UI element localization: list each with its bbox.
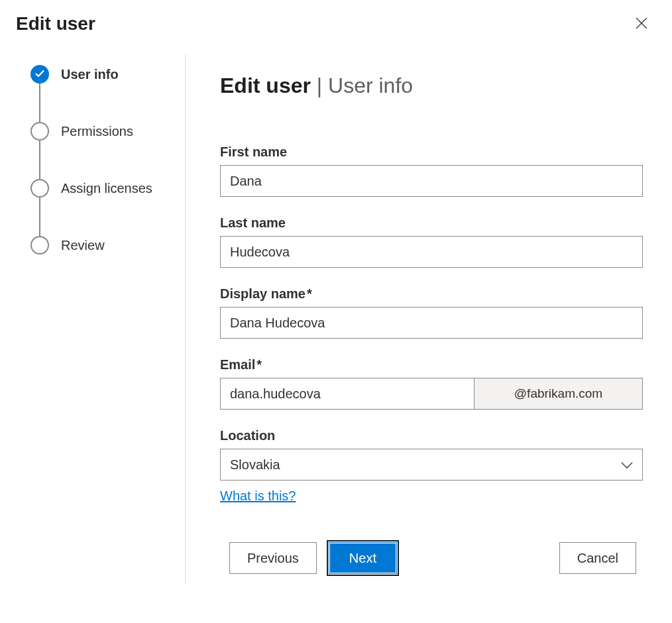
close-icon	[636, 17, 647, 31]
first-name-input[interactable]	[220, 165, 643, 197]
field-last-name: Last name	[220, 215, 643, 268]
step-indicator-empty	[30, 122, 49, 141]
previous-button[interactable]: Previous	[229, 542, 317, 574]
step-label: User info	[61, 67, 119, 82]
step-user-info[interactable]: User info	[30, 65, 185, 84]
display-name-label: Display name*	[220, 286, 643, 302]
edit-user-panel: Edit user User info Permissions	[0, 0, 672, 623]
step-label: Review	[61, 238, 105, 253]
step-assign-licenses[interactable]: Assign licenses	[30, 179, 185, 198]
close-button[interactable]	[631, 13, 652, 34]
page-heading: Edit user | User info	[220, 74, 643, 98]
wizard-stepper: User info Permissions Assign licenses Re…	[16, 54, 186, 585]
field-email: Email* @fabrikam.com	[220, 357, 643, 410]
heading-divider: |	[317, 74, 328, 97]
wizard-button-row: Previous Next Cancel	[220, 542, 643, 574]
step-indicator-empty	[30, 179, 49, 198]
step-indicator-empty	[30, 236, 49, 255]
next-button[interactable]: Next	[329, 542, 397, 574]
last-name-input[interactable]	[220, 236, 643, 268]
location-label: Location	[220, 428, 643, 443]
step-connector	[39, 141, 40, 179]
email-local-input[interactable]	[220, 378, 475, 410]
email-domain-display: @fabrikam.com	[475, 378, 643, 410]
field-first-name: First name	[220, 144, 643, 197]
field-display-name: Display name*	[220, 286, 643, 339]
step-connector	[39, 84, 40, 122]
step-label: Assign licenses	[61, 181, 152, 196]
field-location: Location Slovakia What is this?	[220, 428, 643, 504]
heading-sub: User info	[328, 74, 413, 97]
panel-header: Edit user	[16, 13, 652, 34]
step-label: Permissions	[61, 124, 133, 139]
first-name-label: First name	[220, 144, 643, 160]
location-select[interactable]: Slovakia	[220, 449, 643, 481]
location-help-link[interactable]: What is this?	[220, 488, 296, 504]
check-icon	[35, 68, 45, 80]
chevron-down-icon	[621, 457, 633, 473]
cancel-button[interactable]: Cancel	[559, 542, 636, 574]
display-name-input[interactable]	[220, 307, 643, 339]
heading-main: Edit user	[220, 74, 311, 97]
step-connector	[39, 198, 40, 236]
email-label: Email*	[220, 357, 643, 372]
step-review[interactable]: Review	[30, 236, 185, 255]
step-indicator-completed	[30, 65, 49, 84]
form-area: Edit user | User info First name Last na…	[186, 54, 649, 585]
location-value: Slovakia	[230, 457, 280, 473]
step-permissions[interactable]: Permissions	[30, 122, 185, 141]
last-name-label: Last name	[220, 215, 643, 231]
panel-title: Edit user	[16, 13, 95, 34]
